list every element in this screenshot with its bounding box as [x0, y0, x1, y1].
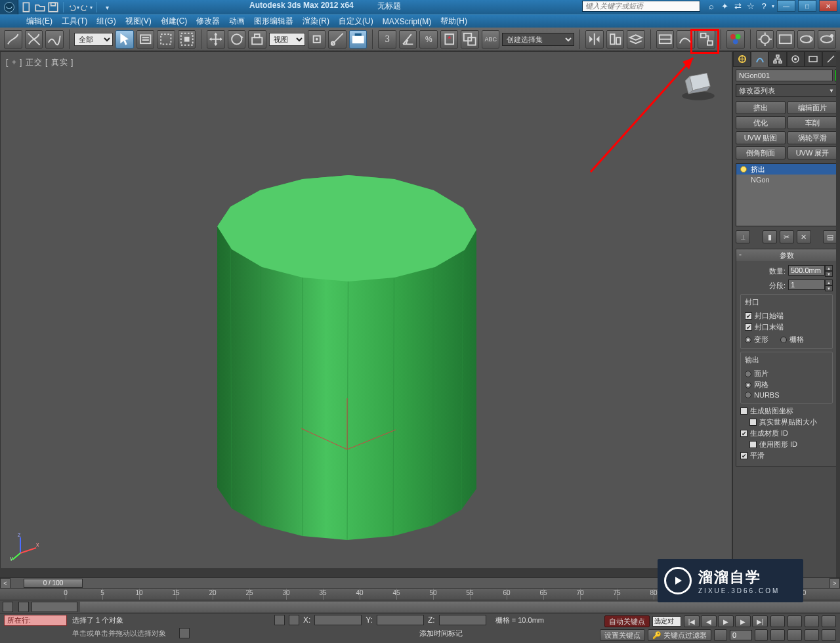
subscription-icon[interactable]: ✦	[719, 0, 730, 12]
render-production-icon[interactable]	[797, 30, 816, 49]
checkbox-smooth[interactable]: ✔	[740, 452, 747, 459]
close-button[interactable]: ✕	[819, 0, 837, 12]
move-icon[interactable]	[207, 30, 225, 49]
modifier-stack[interactable]: 挤出 NGon	[736, 163, 837, 226]
key-filters-button[interactable]: 🔑关键点过滤器	[648, 629, 711, 641]
auto-key-button[interactable]: 自动关键点	[604, 615, 650, 627]
goto-start-icon[interactable]: |◀	[684, 615, 700, 627]
key-mode-dropdown[interactable]	[652, 616, 681, 627]
coord-x-field[interactable]	[314, 615, 362, 625]
search-icon[interactable]: ⌕	[705, 0, 717, 12]
window-crossing-icon[interactable]	[178, 30, 196, 49]
modbtn-optimize[interactable]: 优化	[736, 116, 786, 129]
radio-morph[interactable]	[745, 337, 751, 343]
modbtn-uvwmap[interactable]: UVW 贴图	[736, 131, 786, 144]
checkbox-real-world[interactable]	[749, 419, 757, 426]
select-link-icon[interactable]	[4, 30, 22, 49]
lock-selection-icon[interactable]	[274, 615, 285, 625]
spinner-segments[interactable]: ▲▼	[788, 280, 833, 291]
viewport-nav-5[interactable]	[770, 629, 785, 641]
save-file-icon[interactable]	[47, 1, 59, 13]
named-selection-icon[interactable]: ABC	[482, 30, 500, 49]
show-end-result-icon[interactable]: ▮	[763, 230, 777, 243]
viewport-nav-2[interactable]	[788, 615, 802, 627]
timeslider-left-cap[interactable]: <	[0, 578, 10, 589]
menu-rendering[interactable]: 渲染(R)	[303, 16, 329, 27]
snap-toggle-icon[interactable]: 3	[378, 30, 396, 49]
rotate-icon[interactable]	[228, 30, 246, 49]
new-file-icon[interactable]	[21, 1, 33, 13]
trackview-toggle-icon[interactable]	[656, 30, 675, 49]
pin-stack-icon[interactable]: ⟂	[736, 230, 750, 243]
material-editor-icon[interactable]	[726, 30, 745, 49]
viewport-label[interactable]: [ + ] 正交 [ 真实 ]	[6, 57, 74, 68]
configure-sets-icon[interactable]: ▤	[823, 230, 837, 243]
select-by-name-icon[interactable]	[136, 30, 155, 49]
trackbar-key-icon[interactable]	[18, 602, 29, 612]
add-time-tag[interactable]: 添加时间标记	[419, 629, 463, 638]
time-tag-icon[interactable]	[179, 628, 190, 638]
radio-grid[interactable]	[780, 337, 787, 343]
checkbox-gen-map[interactable]	[740, 407, 747, 415]
viewport-nav-4[interactable]	[822, 615, 836, 627]
menu-customize[interactable]: 自定义(U)	[339, 16, 373, 27]
rollout-header[interactable]: -参数	[736, 249, 837, 261]
tab-display[interactable]	[805, 51, 822, 67]
curve-editor-icon[interactable]	[677, 30, 695, 49]
command-panel-scrollbar[interactable]	[836, 51, 840, 577]
menu-edit[interactable]: 编辑(E)	[26, 16, 52, 27]
view-cube[interactable]	[677, 62, 720, 106]
angle-snap-icon[interactable]	[399, 30, 417, 49]
coord-y-field[interactable]	[377, 615, 424, 625]
track-bar[interactable]	[0, 600, 840, 613]
render-iterative-icon[interactable]	[818, 30, 836, 49]
rect-region-icon[interactable]	[157, 30, 175, 49]
tab-motion[interactable]	[787, 51, 805, 67]
pivot-center-icon[interactable]	[308, 30, 326, 49]
percent-snap-icon[interactable]: %	[419, 30, 438, 49]
undo-icon[interactable]: ▾	[68, 1, 79, 13]
viewport-h-scrollbar[interactable]	[0, 568, 723, 577]
scale-icon[interactable]	[248, 30, 266, 49]
tab-modify[interactable]	[751, 51, 768, 67]
select-object-icon[interactable]	[116, 30, 134, 49]
manipulate-icon[interactable]	[328, 30, 346, 49]
named-selection-set-dropdown[interactable]: 创建选择集	[502, 33, 574, 46]
modbtn-extrude[interactable]: 挤出	[736, 101, 786, 114]
app-menu-button[interactable]	[0, 0, 18, 14]
radio-mesh[interactable]	[745, 382, 751, 388]
minimize-button[interactable]: —	[777, 0, 795, 12]
trackbar-selection[interactable]	[32, 602, 77, 612]
menu-maxscript[interactable]: MAXScript(M)	[383, 17, 432, 26]
viewport-nav-8[interactable]	[822, 629, 836, 641]
object-name-field[interactable]	[736, 70, 833, 81]
menu-help[interactable]: 帮助(H)	[440, 16, 467, 27]
selection-filter-dropdown[interactable]: 全部	[74, 33, 113, 46]
prev-frame-icon[interactable]: ◀	[701, 615, 717, 627]
viewport-nav-6[interactable]	[788, 629, 802, 641]
align-icon[interactable]	[606, 30, 625, 49]
tab-hierarchy[interactable]	[768, 51, 786, 67]
maximize-button[interactable]: □	[798, 0, 816, 12]
modbtn-bevelprofile[interactable]: 倒角剖面	[736, 146, 786, 159]
modifier-list-dropdown[interactable]: 修改器列表▼	[736, 84, 837, 97]
perspective-viewport[interactable]: [ + ] 正交 [ 真实 ]	[0, 51, 732, 577]
menu-group[interactable]: 组(G)	[96, 16, 116, 27]
favorites-icon[interactable]: ☆	[745, 0, 757, 12]
menu-views[interactable]: 视图(V)	[125, 16, 152, 27]
checkbox-cap-start[interactable]: ✔	[745, 312, 752, 320]
trackbar-toggle-icon[interactable]	[3, 602, 13, 612]
qat-dropdown-icon[interactable]: ▾	[101, 1, 113, 13]
lightbulb-icon[interactable]	[740, 166, 747, 173]
tab-create[interactable]	[733, 51, 751, 67]
ref-coord-dropdown[interactable]: 视图	[269, 33, 305, 46]
layer-manager-icon[interactable]	[627, 30, 645, 49]
remove-modifier-icon[interactable]: ✕	[797, 230, 811, 243]
time-slider[interactable]: 0 / 100	[24, 579, 83, 588]
time-config-icon[interactable]	[755, 629, 768, 641]
menu-tools[interactable]: 工具(T)	[62, 16, 87, 27]
render-setup-icon[interactable]	[756, 30, 774, 49]
next-frame-icon[interactable]: ▶	[735, 615, 751, 627]
menu-grapheditors[interactable]: 图形编辑器	[254, 16, 293, 27]
menu-animation[interactable]: 动画	[229, 16, 245, 27]
